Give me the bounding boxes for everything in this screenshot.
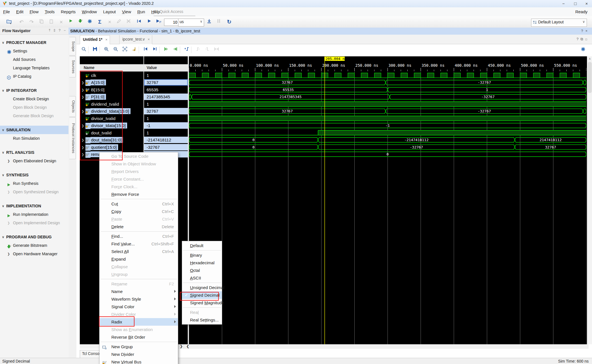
- next-transition-button[interactable]: [172, 47, 179, 53]
- quick-access-search[interactable]: Quick Access: [154, 8, 195, 16]
- undo-button[interactable]: ↶: [18, 19, 25, 25]
- signal-value-row[interactable]: 32767: [144, 79, 188, 86]
- flownav-item-generate-bitstream[interactable]: 01Generate Bitstream: [0, 241, 69, 250]
- zoom-out-button[interactable]: [112, 47, 119, 53]
- relaunch-sim-button[interactable]: ↻: [226, 19, 233, 25]
- close-button[interactable]: ×: [582, 1, 591, 7]
- maximize-button[interactable]: □: [571, 1, 580, 7]
- tab-maximize-icon[interactable]: ◻: [585, 37, 589, 41]
- wave-search-button[interactable]: [80, 47, 87, 53]
- flownav-title-simulation[interactable]: SIMULATION: [0, 126, 69, 134]
- menu-item-expand[interactable]: Expand: [100, 255, 178, 263]
- flownav-item-open-hardware-manager[interactable]: ❯Open Hardware Manager: [0, 250, 69, 258]
- expand-arrow-icon[interactable]: ❯: [81, 108, 85, 115]
- run-time-input[interactable]: [164, 19, 179, 26]
- cancel-button[interactable]: ×: [106, 19, 113, 25]
- expand-arrow-icon[interactable]: ❯: [81, 94, 85, 100]
- wave-settings-button[interactable]: [580, 47, 586, 53]
- minimize-button[interactable]: −: [559, 1, 568, 7]
- go-to-start-button[interactable]: [142, 47, 149, 53]
- flow-navigator-header-icons[interactable]: ⤒ ⇕ ? −: [49, 28, 67, 32]
- signal-value-row[interactable]: 1: [144, 115, 188, 122]
- flownav-title-rtl-analysis[interactable]: RTL ANALYSIS: [0, 148, 69, 157]
- flownav-item-run-implementation[interactable]: Run Implementation: [0, 210, 69, 219]
- add-marker-button[interactable]: [183, 47, 190, 53]
- menu-item-waveform-style[interactable]: Waveform Style: [100, 295, 178, 303]
- edit-marker-button[interactable]: [116, 19, 122, 25]
- radix-item-ascii[interactable]: ASCII: [182, 274, 222, 282]
- tab-ipcore-test-v[interactable]: ipcore_test.v×: [119, 35, 152, 45]
- signal-value-row[interactable]: -2147418112: [144, 136, 188, 143]
- column-header-name[interactable]: Name: [84, 65, 94, 70]
- menu-item-radix[interactable]: Radix: [100, 318, 178, 326]
- signal-row-dout-tvalid[interactable]: dout_tvalid: [80, 129, 143, 136]
- menu-item-remove-force[interactable]: Remove Force: [100, 190, 178, 198]
- menu-item-delete[interactable]: DeleteDelete: [100, 223, 178, 230]
- flownav-item-generate-block-design[interactable]: Generate Block Design: [0, 112, 69, 120]
- signal-row-quotient-15-0[interactable]: ❯quotient[15:0]: [80, 144, 143, 151]
- fit-between-markers-button[interactable]: [213, 47, 220, 53]
- signal-row-dividend-tvalid[interactable]: dividend_tvalid: [80, 101, 143, 108]
- menu-edit[interactable]: Edit: [13, 7, 26, 16]
- abort-sim-button[interactable]: [125, 19, 132, 25]
- paste-button[interactable]: [48, 19, 55, 25]
- radix-item-octal[interactable]: Octal: [182, 267, 222, 274]
- expand-wave-icon[interactable]: ❮: [186, 344, 189, 348]
- expand-arrow-icon[interactable]: ❯: [81, 86, 85, 93]
- menu-view[interactable]: View: [119, 7, 134, 16]
- signal-row-dout-tdata-31-0[interactable]: ❯dout_tdata[31:0]: [80, 136, 143, 143]
- signal-value-row[interactable]: 1: [144, 101, 188, 108]
- radix-item-default[interactable]: Default: [182, 242, 222, 249]
- wave-save-button[interactable]: [92, 47, 98, 53]
- flownav-item-create-block-design[interactable]: Create Block Design: [0, 95, 69, 103]
- expand-arrow-icon[interactable]: ❯: [81, 137, 85, 143]
- radix-item-hexadecimal[interactable]: Hexadecimal: [182, 259, 222, 267]
- go-to-end-button[interactable]: [151, 47, 158, 53]
- flownav-title-project-manager[interactable]: PROJECT MANAGER: [0, 38, 69, 47]
- signal-value-row[interactable]: 2147385345: [144, 93, 188, 100]
- panel-close-icon[interactable]: ×: [585, 29, 590, 33]
- signal-row-a-15-0[interactable]: ❯A[15:0]: [80, 79, 143, 86]
- redo-button[interactable]: ↷: [28, 19, 35, 25]
- menu-item-reverse-bit-order[interactable]: Reverse Bit Order: [100, 333, 178, 341]
- menu-item-new-group[interactable]: New Group: [100, 343, 178, 350]
- signal-row-dividend-tdata-15-0[interactable]: ❯dividend_tdata[15:0]: [80, 108, 143, 115]
- menu-item-copy[interactable]: CopyCtrl+C: [100, 208, 178, 215]
- radix-item-real-settings[interactable]: Real Settings...: [182, 316, 222, 324]
- menu-item-name[interactable]: Name: [100, 288, 178, 295]
- signal-value-row[interactable]: -32767: [144, 144, 188, 151]
- time-unit-select[interactable]: us: [178, 19, 204, 26]
- radix-item-binary[interactable]: Binary: [182, 251, 222, 259]
- signal-value-row[interactable]: 1: [144, 72, 188, 79]
- layout-select[interactable]: Default Layout: [531, 19, 587, 27]
- collapse-panel-icon[interactable]: ❯: [180, 344, 183, 348]
- menu-item-find-value[interactable]: Find Value...Ctrl+Shift+F: [100, 240, 178, 248]
- waveform-plot[interactable]: 0.000 ns50.000 ns100.000 ns150.000 ns200…: [189, 56, 586, 344]
- signal-row-b-15-0[interactable]: ❯B[15:0]: [80, 86, 143, 93]
- expand-arrow-icon[interactable]: ❯: [81, 144, 85, 151]
- restart-sim-button[interactable]: [136, 19, 142, 25]
- flownav-item-add-sources[interactable]: Add Sources: [0, 55, 69, 64]
- flownav-item-run-synthesis[interactable]: Run Synthesis: [0, 179, 69, 188]
- settings-button[interactable]: [86, 19, 93, 25]
- flownav-item-settings[interactable]: Settings: [0, 47, 69, 55]
- tab-close-icon[interactable]: ×: [105, 37, 108, 42]
- vertical-scroll-thumb[interactable]: [588, 62, 592, 93]
- open-file-button[interactable]: [6, 19, 12, 25]
- panel-help-icon[interactable]: ?: [581, 29, 585, 33]
- menu-item-signal-color[interactable]: Signal Color: [100, 303, 178, 310]
- signal-row-clk[interactable]: clk: [80, 72, 143, 79]
- swap-next-marker-button[interactable]: [204, 47, 211, 53]
- generate-bitstream-button[interactable]: 01: [77, 19, 83, 25]
- expand-arrow-icon[interactable]: ❯: [81, 79, 85, 86]
- signal-value-row[interactable]: 1: [144, 129, 188, 136]
- flownav-item-open-elaborated-design[interactable]: ❯Open Elaborated Design: [0, 157, 69, 165]
- side-tab-protocol-instances[interactable]: Protocol Instances: [69, 117, 76, 159]
- signal-row-p-31-0[interactable]: ❯P[31:0]: [80, 93, 143, 100]
- radix-item-signed-decimal[interactable]: ✓Signed Decimal: [182, 291, 222, 299]
- tab-close-icon[interactable]: ×: [148, 37, 150, 41]
- scroll-up-icon[interactable]: ∧: [587, 57, 592, 61]
- flownav-title-program-and-debug[interactable]: PROGRAM AND DEBUG: [0, 233, 69, 241]
- menu-item-select-all[interactable]: Select AllCtrl+A: [100, 248, 178, 255]
- signal-value-row[interactable]: 32767: [144, 108, 188, 115]
